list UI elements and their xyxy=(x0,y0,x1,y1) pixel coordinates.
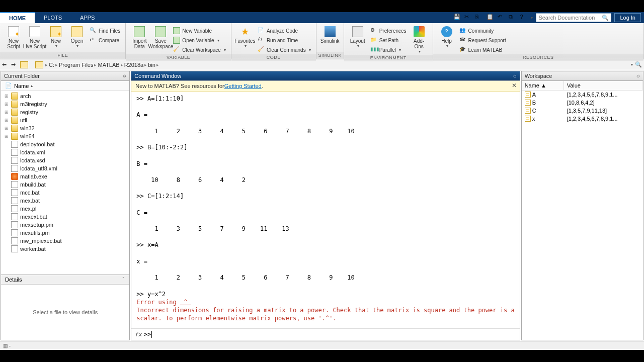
parallel-button[interactable]: ▮▮▮Parallel xyxy=(368,45,409,54)
new-button[interactable]: ✦New xyxy=(45,25,66,49)
bat-icon xyxy=(11,237,18,244)
address-bar: ⬅ ➡ ▸ C: ▸ Program Files ▸ MATLAB ▸ R201… xyxy=(0,59,644,70)
file-item[interactable]: mexext.bat xyxy=(1,213,129,221)
set-path-button[interactable]: 📁Set Path xyxy=(368,36,409,45)
undo-icon[interactable]: ↶ xyxy=(498,14,506,22)
open-button[interactable]: Open xyxy=(66,25,88,49)
xml-icon xyxy=(11,165,18,172)
folder-icon xyxy=(11,133,18,140)
search-input[interactable] xyxy=(538,15,602,21)
breadcrumb-segment[interactable]: Program Files xyxy=(59,62,93,68)
file-item[interactable]: mex.bat xyxy=(1,197,129,205)
close-banner-icon[interactable]: ✕ xyxy=(512,82,517,89)
tab-plots[interactable]: PLOTS xyxy=(35,12,71,23)
file-item[interactable]: ⊞arch xyxy=(1,92,129,100)
file-item[interactable]: deploytool.bat xyxy=(1,140,129,148)
address-search-icon[interactable]: 🔍 xyxy=(635,61,642,68)
file-item[interactable]: matlab.exe xyxy=(1,172,129,180)
new-live-script-button[interactable]: New Live Script xyxy=(24,25,45,50)
address-dropdown-icon[interactable]: ▾ xyxy=(631,62,633,67)
layout-button[interactable]: Layout xyxy=(347,25,368,49)
workspace-variable[interactable]: B[10,8,6,4,2] xyxy=(522,99,643,107)
file-item[interactable]: worker.bat xyxy=(1,245,129,253)
panel-menu-icon[interactable]: ⊙ xyxy=(636,74,640,78)
open-variable-button[interactable]: Open Variable xyxy=(171,36,228,45)
breadcrumb-segment[interactable]: C: xyxy=(49,62,54,68)
file-item[interactable]: ⊞m3iregistry xyxy=(1,100,129,108)
save-workspace-button[interactable]: Save Workspace xyxy=(150,25,171,50)
variable-icon xyxy=(525,108,531,114)
ws-value-header[interactable]: Value xyxy=(564,81,643,90)
file-item[interactable]: lcdata_utf8.xml xyxy=(1,164,129,172)
help-button[interactable]: ?Help xyxy=(436,25,457,49)
breadcrumb[interactable]: ▸ C: ▸ Program Files ▸ MATLAB ▸ R2018a ▸… xyxy=(45,62,159,68)
addons-button[interactable]: Add-Ons xyxy=(409,25,430,55)
fx-icon[interactable]: fx xyxy=(134,331,141,338)
search-icon[interactable]: 🔍 xyxy=(602,15,609,21)
paste-icon[interactable]: 📋 xyxy=(487,14,495,22)
browse-folder-icon[interactable] xyxy=(35,61,43,68)
search-documentation[interactable]: 🔍 xyxy=(536,13,611,22)
file-item[interactable]: ⊞util xyxy=(1,116,129,124)
file-item[interactable]: mcc.bat xyxy=(1,189,129,197)
forward-icon[interactable]: ➡ xyxy=(11,61,18,68)
dropdown-icon[interactable]: ▾ xyxy=(531,16,533,20)
preferences-button[interactable]: ⚙Preferences xyxy=(368,26,409,35)
panel-menu-icon[interactable]: ⊙ xyxy=(513,74,517,78)
back-icon[interactable]: ⬅ xyxy=(2,61,9,68)
copy-icon[interactable]: ⎘ xyxy=(475,14,484,22)
name-column-header[interactable]: 📄 Name ▴ xyxy=(1,81,129,91)
details-header[interactable]: Details⌃ xyxy=(1,275,129,285)
compare-button[interactable]: ⇄Compare xyxy=(88,36,122,45)
file-item[interactable]: mbuild.bat xyxy=(1,180,129,189)
workspace-variable[interactable]: C[1,3,5,7,9,11,13] xyxy=(522,107,643,115)
file-item[interactable]: lcdata.xml xyxy=(1,148,129,156)
file-item[interactable]: mw_mpiexec.bat xyxy=(1,237,129,245)
folder-icon xyxy=(11,101,18,108)
new-script-button[interactable]: ✦New Script xyxy=(3,25,24,50)
simulink-button[interactable]: Simulink xyxy=(319,25,341,45)
breadcrumb-segment[interactable]: R2018a xyxy=(124,62,144,68)
import-data-button[interactable]: Import Data xyxy=(129,25,150,50)
tab-home[interactable]: HOME xyxy=(0,12,35,23)
file-item[interactable]: ⊞registry xyxy=(1,108,129,116)
xml-icon xyxy=(11,149,18,156)
file-item[interactable]: ⊞win64 xyxy=(1,132,129,140)
cut-icon[interactable]: ✂ xyxy=(464,14,472,22)
tab-apps[interactable]: APPS xyxy=(71,12,104,23)
up-folder-icon[interactable] xyxy=(20,61,28,68)
run-and-time-button[interactable]: ⏱Run and Time xyxy=(256,36,313,45)
group-label-resources: RESOURCES xyxy=(433,54,643,61)
workspace-variable[interactable]: x[1,2,3,4,5,6,7,8,9,1... xyxy=(522,115,643,123)
favorites-button[interactable]: ★Favorites xyxy=(234,25,256,49)
file-item[interactable]: mexsetup.pm xyxy=(1,221,129,229)
command-output: >> A=[1:1:10] A = 1 2 3 4 5 6 7 8 9 10 >… xyxy=(131,92,519,325)
find-files-button[interactable]: 🔍Find Files xyxy=(88,26,122,35)
file-item[interactable]: mex.pl xyxy=(1,205,129,213)
breadcrumb-segment[interactable]: MATLAB xyxy=(98,62,119,68)
login-button[interactable]: Log In xyxy=(614,13,641,22)
workspace-variable[interactable]: A[1,2,3,4,5,6,7,8,9,1... xyxy=(522,90,643,99)
panel-menu-icon[interactable]: ⊙ xyxy=(123,74,126,78)
clear-workspace-button[interactable]: 🧹Clear Workspace xyxy=(171,45,228,54)
error-link[interactable]: ^ xyxy=(180,299,191,306)
learn-matlab-button[interactable]: 🎓Learn MATLAB xyxy=(457,45,508,54)
file-item[interactable]: lcdata.xsd xyxy=(1,156,129,164)
switch-windows-icon[interactable]: ⧉ xyxy=(509,14,517,22)
ws-name-header[interactable]: Name ▲ xyxy=(522,81,564,90)
command-prompt[interactable]: fx >> xyxy=(131,328,519,340)
analyze-code-button[interactable]: 📄Analyze Code xyxy=(256,26,313,35)
bat-icon xyxy=(11,229,18,236)
details-message: Select a file to view details xyxy=(1,285,129,340)
toolstrip-tabs: HOME PLOTS APPS 💾 ✂ ⎘ 📋 ↶ ⧉ ? ▾ 🔍 Log In xyxy=(0,12,644,23)
request-support-button[interactable]: ☎Request Support xyxy=(457,36,508,45)
new-variable-button[interactable]: New Variable xyxy=(171,26,228,35)
clear-commands-button[interactable]: 🧹Clear Commands xyxy=(256,45,313,54)
community-button[interactable]: 👥Community xyxy=(457,26,508,35)
file-item[interactable]: ⊞win32 xyxy=(1,124,129,132)
save-icon[interactable]: 💾 xyxy=(453,14,461,22)
getting-started-link[interactable]: Getting Started xyxy=(224,83,262,89)
help-icon[interactable]: ? xyxy=(520,14,528,22)
breadcrumb-segment[interactable]: bin xyxy=(148,62,155,68)
file-item[interactable]: mexutils.pm xyxy=(1,229,129,237)
